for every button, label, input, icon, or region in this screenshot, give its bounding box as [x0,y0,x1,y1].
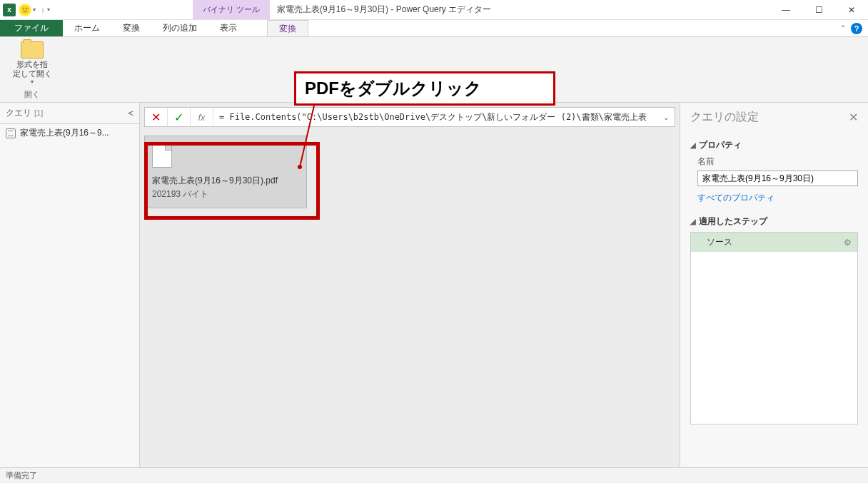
tab-transform[interactable]: 変換 [111,20,151,36]
close-button[interactable]: ✕ [835,0,868,20]
step-item[interactable]: ソース ⚙ [691,233,857,252]
window-controls: — ☐ ✕ [769,0,868,20]
window-title: 家電売上表(9月16～9月30日) - Power Query エディター [270,4,769,16]
qat-overflow-icon[interactable]: ▾ [47,6,50,13]
annotation-callout: PDFをダブルクリック [294,71,555,106]
file-name: 家電売上表(9月16～9月30日).pdf [152,175,299,187]
collapse-arrow-icon: ◢ [690,141,696,149]
status-text: 準備完了 [6,470,37,481]
query-name-input[interactable] [697,171,858,186]
collapse-arrow-icon: ◢ [690,218,696,225]
folder-icon [21,41,44,59]
properties-section-label: プロパティ [699,139,742,151]
step-label: ソース [697,236,732,248]
formula-input[interactable]: = File.Contents("C:\Users\b2stb\OneDrive… [213,111,657,123]
file-size: 202193 バイト [152,188,299,200]
qat: x 🙂 ▾ | ▾ [0,4,50,16]
smiley-icon[interactable]: 🙂 [19,4,31,16]
ribbon-group-open: 形式を指 定して開く ▾ 開く [7,41,57,100]
queries-header: クエリ [1] < [0,103,139,124]
queries-collapse-icon[interactable]: < [128,108,133,118]
gear-icon[interactable]: ⚙ [844,238,852,248]
name-label: 名前 [697,156,858,168]
properties-section-body: 名前 すべてのプロパティ [690,151,858,211]
applied-steps-list: ソース ⚙ [690,232,858,424]
formula-confirm-button[interactable]: ✓ [168,108,191,126]
tab-add-column[interactable]: 列の追加 [151,20,208,36]
titlebar: x 🙂 ▾ | ▾ バイナリ ツール 家電売上表(9月16～9月30日) - P… [0,0,868,20]
annotation-text: PDFをダブルクリック [305,77,482,100]
ribbon-tabs: ファイル ホーム 変換 列の追加 表示 変換 ⌃ ? [0,20,868,37]
excel-app-icon[interactable]: x [3,4,16,16]
properties-section-header[interactable]: ◢ プロパティ [690,139,858,151]
tab-view[interactable]: 表示 [208,20,248,36]
binary-file-card[interactable]: 家電売上表(9月16～9月30日).pdf 202193 バイト [144,136,307,208]
settings-close-icon[interactable]: ✕ [849,111,858,124]
formula-fx-icon[interactable]: fx [191,108,213,126]
formula-expand-icon[interactable]: ⌄ [657,113,675,121]
queries-pane: クエリ [1] < 家電売上表(9月16～9... [0,103,140,467]
qat-separator: | [40,4,46,16]
content-area: ✕ ✓ fx = File.Contents("C:\Users\b2stb\O… [140,103,680,467]
settings-header: クエリの設定 ✕ [690,110,858,125]
dropdown-icon: ▾ [31,78,34,85]
table-icon [6,128,16,138]
maximize-button[interactable]: ☐ [802,0,835,20]
formula-bar: ✕ ✓ fx = File.Contents("C:\Users\b2stb\O… [144,107,675,127]
query-item[interactable]: 家電売上表(9月16～9... [0,124,139,142]
ribbon-group-label: 開く [24,89,40,100]
tab-home[interactable]: ホーム [63,20,111,36]
binary-tools-context-label: バイナリ ツール [193,0,270,19]
settings-title: クエリの設定 [690,110,759,125]
tab-context-transform[interactable]: 変換 [267,20,308,36]
formula-cancel-button[interactable]: ✕ [145,108,168,126]
open-as-label: 形式を指 定して開く [13,60,52,78]
tab-file[interactable]: ファイル [0,20,63,36]
main-area: クエリ [1] < 家電売上表(9月16～9... ✕ ✓ fx = File.… [0,103,868,467]
all-properties-link[interactable]: すべてのプロパティ [697,192,774,204]
steps-section-label: 適用したステップ [699,215,767,228]
file-area: 家電売上表(9月16～9月30日).pdf 202193 バイト [140,131,680,467]
help-icon[interactable]: ? [851,23,862,34]
queries-count: [1] [34,108,43,117]
minimize-button[interactable]: — [769,0,802,20]
ribbon-collapse-icon[interactable]: ⌃ [839,24,847,34]
query-settings-pane: クエリの設定 ✕ ◢ プロパティ 名前 すべてのプロパティ ◢ 適用したステップ… [680,103,868,467]
file-icon [152,143,172,168]
statusbar: 準備完了 [0,467,868,483]
open-as-button[interactable]: 形式を指 定して開く ▾ [13,41,52,85]
query-item-label: 家電売上表(9月16～9... [20,127,109,139]
qat-dropdown-icon[interactable]: ▾ [33,6,36,13]
queries-title: クエリ [6,107,31,119]
steps-section-header[interactable]: ◢ 適用したステップ [690,215,858,228]
